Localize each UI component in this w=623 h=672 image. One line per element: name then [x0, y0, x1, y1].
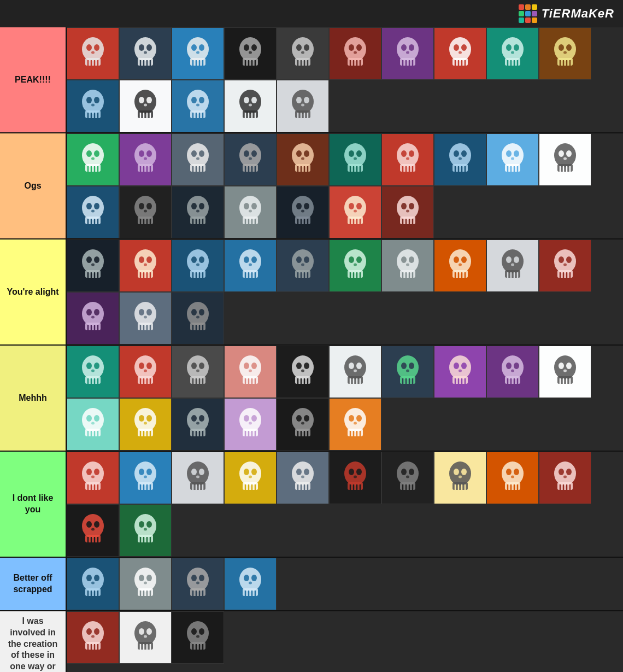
svg-point-33 [244, 44, 249, 51]
svg-point-294 [304, 203, 309, 209]
char-slot[interactable] [381, 452, 434, 504]
char-slot[interactable] [119, 504, 172, 557]
char-slot[interactable] [119, 398, 172, 451]
char-slot[interactable] [224, 452, 277, 504]
char-slot[interactable] [539, 239, 591, 292]
char-slot[interactable] [67, 27, 119, 80]
char-slot[interactable] [67, 346, 119, 398]
char-slot[interactable] [119, 346, 172, 398]
char-slot[interactable] [486, 346, 539, 398]
char-slot[interactable] [224, 133, 277, 186]
char-slot[interactable] [329, 452, 381, 504]
char-slot[interactable] [434, 27, 486, 80]
char-slot[interactable] [277, 346, 329, 398]
char-slot[interactable] [381, 346, 434, 398]
char-slot[interactable] [434, 133, 486, 186]
char-slot[interactable] [381, 186, 434, 238]
char-slot[interactable] [172, 611, 224, 664]
char-slot[interactable] [224, 27, 277, 80]
char-slot[interactable] [277, 186, 329, 238]
char-slot[interactable] [329, 186, 381, 238]
char-slot[interactable] [486, 239, 539, 292]
char-slot[interactable] [67, 611, 119, 664]
svg-point-505 [354, 370, 357, 372]
char-slot[interactable] [119, 239, 172, 292]
svg-point-373 [349, 256, 354, 263]
char-image [120, 399, 171, 450]
svg-point-215 [406, 157, 409, 160]
char-slot[interactable] [67, 558, 119, 610]
char-slot[interactable] [277, 398, 329, 451]
svg-point-694 [514, 469, 519, 475]
char-slot[interactable] [224, 398, 277, 451]
char-slot[interactable] [329, 398, 381, 451]
char-slot[interactable] [539, 346, 591, 398]
char-slot[interactable] [172, 452, 224, 504]
svg-point-153 [86, 150, 92, 157]
char-slot[interactable] [119, 292, 172, 344]
char-slot[interactable] [67, 398, 119, 451]
char-slot[interactable] [172, 80, 224, 132]
char-slot[interactable] [277, 239, 329, 292]
char-slot[interactable] [539, 133, 591, 186]
svg-point-104 [94, 97, 99, 103]
char-slot[interactable] [172, 133, 224, 186]
char-slot[interactable] [277, 133, 329, 186]
char-slot[interactable] [119, 186, 172, 238]
char-slot[interactable] [329, 27, 381, 80]
svg-point-635 [196, 476, 199, 478]
char-slot[interactable] [539, 452, 591, 504]
char-slot[interactable] [277, 452, 329, 504]
char-slot[interactable] [119, 611, 172, 664]
char-slot[interactable] [172, 27, 224, 80]
char-slot[interactable] [277, 80, 329, 132]
char-slot[interactable] [277, 27, 329, 80]
svg-point-481 [239, 355, 261, 379]
svg-point-101 [82, 90, 104, 114]
char-slot[interactable] [119, 80, 172, 132]
char-slot[interactable] [434, 346, 486, 398]
char-slot[interactable] [486, 27, 539, 80]
char-slot[interactable] [434, 452, 486, 504]
char-slot[interactable] [381, 239, 434, 292]
char-slot[interactable] [381, 133, 434, 186]
char-slot[interactable] [67, 186, 119, 238]
char-slot[interactable] [434, 239, 486, 292]
char-slot[interactable] [539, 27, 591, 80]
svg-point-455 [91, 370, 95, 372]
char-slot[interactable] [172, 398, 224, 451]
char-slot[interactable] [329, 239, 381, 292]
char-slot[interactable] [119, 133, 172, 186]
char-slot[interactable] [172, 186, 224, 238]
char-slot[interactable] [172, 292, 224, 344]
char-slot[interactable] [486, 133, 539, 186]
char-slot[interactable] [486, 452, 539, 504]
char-slot[interactable] [172, 346, 224, 398]
char-slot[interactable] [224, 558, 277, 610]
char-slot[interactable] [67, 452, 119, 504]
char-slot[interactable] [224, 346, 277, 398]
char-slot[interactable] [172, 558, 224, 610]
char-slot[interactable] [119, 27, 172, 80]
char-slot[interactable] [67, 292, 119, 344]
char-slot[interactable] [119, 558, 172, 610]
svg-point-45 [301, 51, 304, 54]
char-slot[interactable] [329, 346, 381, 398]
char-slot[interactable] [172, 239, 224, 292]
tier-label-peak: PEAK!!!! [0, 27, 66, 132]
char-slot[interactable] [224, 239, 277, 292]
char-slot[interactable] [329, 133, 381, 186]
char-slot[interactable] [381, 27, 434, 80]
svg-point-754 [199, 575, 204, 581]
char-slot[interactable] [67, 504, 119, 557]
svg-point-631 [187, 461, 209, 486]
char-slot[interactable] [67, 239, 119, 292]
char-slot[interactable] [119, 452, 172, 504]
char-slot[interactable] [67, 133, 119, 186]
svg-point-484 [251, 363, 257, 369]
char-slot[interactable] [67, 80, 119, 132]
char-slot[interactable] [224, 186, 277, 238]
char-slot[interactable] [224, 80, 277, 132]
svg-point-723 [139, 521, 144, 528]
char-image [67, 80, 119, 132]
